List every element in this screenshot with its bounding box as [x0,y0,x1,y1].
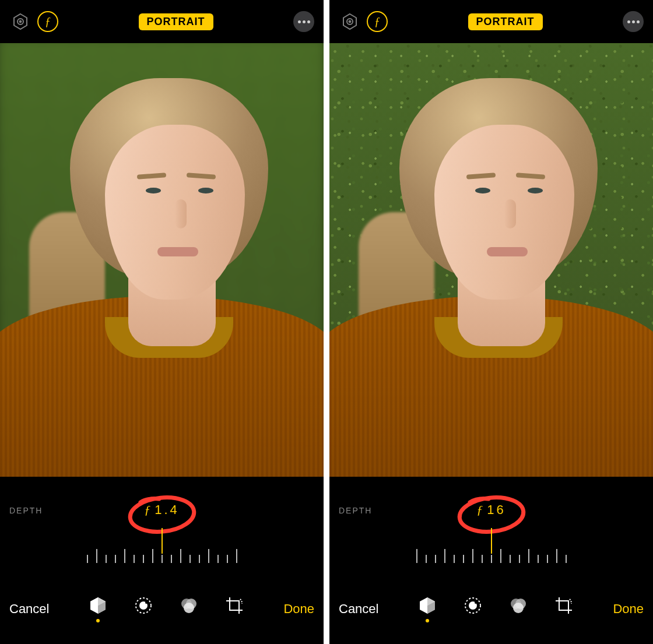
depth-slider[interactable] [87,540,237,563]
done-button[interactable]: Done [283,601,314,617]
f-glyph: ƒ [374,15,380,29]
svg-point-16 [349,20,351,23]
portrait-lighting-icon[interactable] [339,10,361,33]
more-button[interactable] [623,11,644,32]
portrait-subject [0,43,324,477]
portrait-lighting-icon[interactable] [9,10,31,33]
lighting-tool-button[interactable] [88,596,108,622]
depth-control: DEPTH ƒ16 [329,477,653,575]
aperture-value: ƒ1.4 [144,502,180,518]
editor-pane-left: ƒ PORTRAIT DEPTH [0,0,324,644]
crop-tool-button[interactable] [554,596,574,622]
depth-control: DEPTH ƒ1.4 [0,477,324,575]
bottom-bar: Cancel [0,575,324,643]
aperture-icon[interactable]: ƒ [367,11,388,32]
top-bar: ƒ PORTRAIT [329,0,653,43]
depth-slider[interactable] [416,540,567,563]
cancel-button[interactable]: Cancel [339,601,378,617]
done-button[interactable]: Done [613,601,644,617]
f-glyph: ƒ [144,502,152,517]
adjust-tool-button[interactable] [463,596,483,622]
f-glyph: ƒ [45,15,51,29]
svg-point-23 [475,601,477,604]
depth-label: DEPTH [9,506,43,515]
filters-tool-button[interactable] [179,596,199,622]
cancel-button[interactable]: Cancel [9,601,49,617]
svg-point-2 [19,20,22,23]
svg-point-26 [513,603,524,613]
crop-tool-button[interactable] [224,596,244,622]
bottom-bar: Cancel [329,575,653,643]
depth-label: DEPTH [339,506,372,515]
svg-point-10 [145,601,148,604]
aperture-icon[interactable]: ƒ [37,11,58,32]
aperture-number: 16 [487,502,505,517]
aperture-value: ƒ16 [476,502,505,518]
top-bar: ƒ PORTRAIT [0,0,324,43]
filters-tool-button[interactable] [508,596,528,622]
photo-preview[interactable] [0,43,324,477]
editor-pane-right: ƒ PORTRAIT DEPTH [329,0,653,644]
lighting-tool-button[interactable] [417,596,437,622]
aperture-number: 1.4 [155,502,180,517]
f-glyph: ƒ [476,502,485,517]
mode-badge[interactable]: PORTRAIT [468,13,543,30]
portrait-subject [329,43,653,477]
more-button[interactable] [293,11,314,32]
photo-preview[interactable] [329,43,653,477]
adjust-tool-button[interactable] [134,596,153,622]
mode-badge[interactable]: PORTRAIT [139,13,213,30]
svg-point-13 [184,603,194,613]
